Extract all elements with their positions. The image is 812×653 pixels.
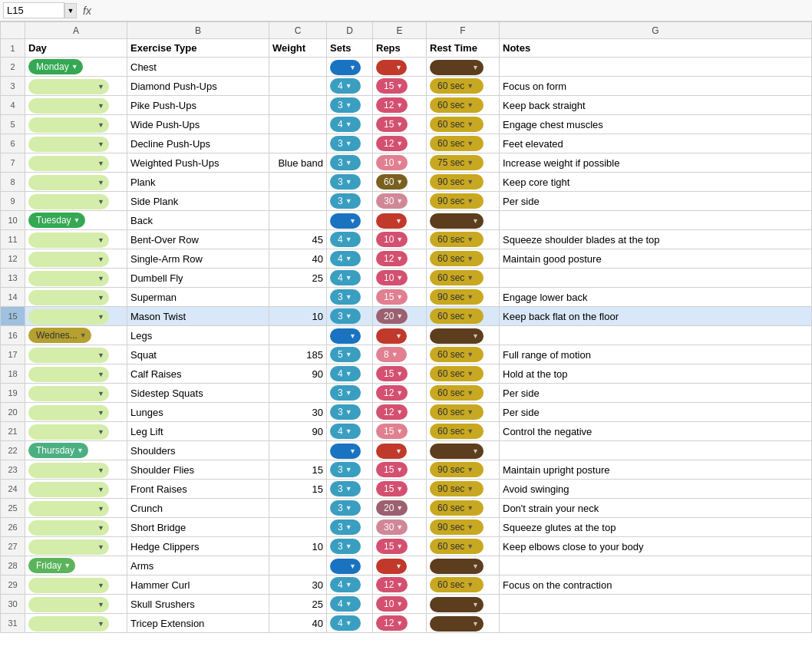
cell-rest-time[interactable]: 60 sec ▼ xyxy=(427,134,500,153)
cell-sets[interactable]: ▼ xyxy=(327,441,373,460)
empty-day-pill[interactable]: ▼ xyxy=(28,482,109,497)
rest-pill[interactable]: 60 sec ▼ xyxy=(430,366,484,381)
day-pill[interactable]: Wednes... ▼ xyxy=(28,328,91,343)
dropdown-pill[interactable]: 3 ▼ xyxy=(330,519,361,535)
cell-sets[interactable]: 3 ▼ xyxy=(327,499,373,518)
cell-rest-time[interactable]: 60 sec ▼ xyxy=(427,575,500,595)
dropdown-pill[interactable]: 4 ▼ xyxy=(330,577,361,592)
cell-sets[interactable]: 4 ▼ xyxy=(327,575,373,595)
empty-day-pill[interactable]: ▼ xyxy=(28,597,109,612)
dropdown-pill[interactable]: ▼ xyxy=(376,213,407,229)
dropdown-pill[interactable]: 3 ▼ xyxy=(330,289,361,305)
cell-reps[interactable]: 20 ▼ xyxy=(373,307,427,326)
rest-pill[interactable]: ▼ xyxy=(430,60,484,75)
rest-pill[interactable]: ▼ xyxy=(430,597,484,612)
empty-day-pill[interactable]: ▼ xyxy=(28,194,109,209)
cell-sets[interactable]: 3 ▼ xyxy=(327,288,373,307)
cell-reps[interactable]: 12 ▼ xyxy=(373,614,427,633)
rest-pill[interactable]: 60 sec ▼ xyxy=(430,97,484,113)
empty-day-pill[interactable]: ▼ xyxy=(28,98,109,114)
rest-pill[interactable]: ▼ xyxy=(430,559,484,574)
dropdown-pill[interactable]: 10 ▼ xyxy=(376,270,408,285)
cell-rest-time[interactable]: ▼ xyxy=(427,326,500,345)
dropdown-pill[interactable]: ▼ xyxy=(376,559,407,574)
cell-rest-time[interactable]: 90 sec ▼ xyxy=(427,173,500,192)
cell-reps[interactable]: ▼ xyxy=(373,556,427,575)
empty-day-pill[interactable]: ▼ xyxy=(28,520,109,536)
cell-reps[interactable]: 30 ▼ xyxy=(373,518,427,537)
cell-day[interactable]: ▼ xyxy=(25,134,127,153)
dropdown-pill[interactable]: 12 ▼ xyxy=(376,136,408,151)
cell-day[interactable]: ▼ xyxy=(25,403,127,422)
cell-sets[interactable]: 5 ▼ xyxy=(327,345,373,364)
dropdown-pill[interactable]: 12 ▼ xyxy=(376,385,408,401)
cell-reps[interactable]: 12 ▼ xyxy=(373,249,427,269)
rest-pill[interactable]: ▼ xyxy=(430,328,484,344)
rest-pill[interactable]: 60 sec ▼ xyxy=(430,424,484,439)
dropdown-pill[interactable]: 3 ▼ xyxy=(330,97,361,113)
dropdown-pill[interactable]: ▼ xyxy=(330,60,361,75)
cell-rest-time[interactable]: ▼ xyxy=(427,556,500,575)
cell-reps[interactable]: 12 ▼ xyxy=(373,384,427,403)
cell-reps[interactable]: 12 ▼ xyxy=(373,134,427,153)
dropdown-pill[interactable]: 30 ▼ xyxy=(376,519,408,535)
cell-rest-time[interactable]: 60 sec ▼ xyxy=(427,77,500,96)
cell-sets[interactable]: 4 ▼ xyxy=(327,249,373,269)
cell-day[interactable]: ▼ xyxy=(25,460,127,480)
empty-day-pill[interactable]: ▼ xyxy=(28,539,109,555)
cell-day[interactable]: ▼ xyxy=(25,115,127,134)
empty-day-pill[interactable]: ▼ xyxy=(28,501,109,516)
col-header-C[interactable]: C xyxy=(269,22,327,39)
cell-sets[interactable]: ▼ xyxy=(327,58,373,77)
empty-day-pill[interactable]: ▼ xyxy=(28,463,109,478)
empty-day-pill[interactable]: ▼ xyxy=(28,233,109,248)
dropdown-pill[interactable]: 4 ▼ xyxy=(330,117,361,132)
cell-rest-time[interactable]: 60 sec ▼ xyxy=(427,537,500,556)
col-header-F[interactable]: F xyxy=(427,22,500,39)
cell-rest-time[interactable]: 60 sec ▼ xyxy=(427,269,500,288)
cell-rest-time[interactable]: 60 sec ▼ xyxy=(427,96,500,115)
dropdown-pill[interactable]: 15 ▼ xyxy=(376,462,408,477)
col-header-D[interactable]: D xyxy=(327,22,373,39)
cell-sets[interactable]: 3 ▼ xyxy=(327,134,373,153)
empty-day-pill[interactable]: ▼ xyxy=(28,117,109,133)
dropdown-pill[interactable]: 4 ▼ xyxy=(330,270,361,285)
dropdown-pill[interactable]: ▼ xyxy=(330,213,361,229)
cell-rest-time[interactable]: 60 sec ▼ xyxy=(427,384,500,403)
cell-rest-time[interactable]: 90 sec ▼ xyxy=(427,460,500,480)
col-header-A[interactable]: A xyxy=(25,22,127,39)
empty-day-pill[interactable]: ▼ xyxy=(28,348,109,363)
rest-pill[interactable]: 60 sec ▼ xyxy=(430,577,484,592)
cell-rest-time[interactable]: 60 sec ▼ xyxy=(427,249,500,269)
cell-day[interactable]: Tuesday ▼ xyxy=(25,211,127,230)
dropdown-pill[interactable]: 3 ▼ xyxy=(330,539,361,554)
day-pill[interactable]: Monday ▼ xyxy=(28,59,83,74)
cell-day[interactable]: ▼ xyxy=(25,345,127,364)
dropdown-pill[interactable]: ▼ xyxy=(376,328,407,344)
dropdown-pill[interactable]: 3 ▼ xyxy=(330,155,361,170)
rest-pill[interactable]: 90 sec ▼ xyxy=(430,174,484,190)
cell-rest-time[interactable]: 90 sec ▼ xyxy=(427,288,500,307)
cell-rest-time[interactable]: 90 sec ▼ xyxy=(427,518,500,537)
dropdown-pill[interactable]: 12 ▼ xyxy=(376,577,408,592)
cell-sets[interactable]: 3 ▼ xyxy=(327,96,373,115)
rest-pill[interactable]: 90 sec ▼ xyxy=(430,289,484,305)
dropdown-pill[interactable]: 4 ▼ xyxy=(330,232,361,247)
cell-day[interactable]: ▼ xyxy=(25,480,127,499)
cell-day[interactable]: ▼ xyxy=(25,249,127,269)
cell-reps[interactable]: 15 ▼ xyxy=(373,364,427,384)
rest-pill[interactable]: 60 sec ▼ xyxy=(430,136,484,151)
cell-sets[interactable]: 3 ▼ xyxy=(327,153,373,173)
cell-day[interactable]: ▼ xyxy=(25,96,127,115)
dropdown-pill[interactable]: 3 ▼ xyxy=(330,385,361,401)
empty-day-pill[interactable]: ▼ xyxy=(28,79,109,94)
rest-pill[interactable]: 60 sec ▼ xyxy=(430,500,484,516)
dropdown-pill[interactable]: 4 ▼ xyxy=(330,78,361,94)
cell-day[interactable]: ▼ xyxy=(25,575,127,595)
empty-day-pill[interactable]: ▼ xyxy=(28,578,109,593)
dropdown-pill[interactable]: 5 ▼ xyxy=(330,347,361,362)
empty-day-pill[interactable]: ▼ xyxy=(28,405,109,420)
cell-day[interactable]: ▼ xyxy=(25,518,127,537)
cell-day[interactable]: ▼ xyxy=(25,614,127,633)
cell-day[interactable]: ▼ xyxy=(25,230,127,249)
